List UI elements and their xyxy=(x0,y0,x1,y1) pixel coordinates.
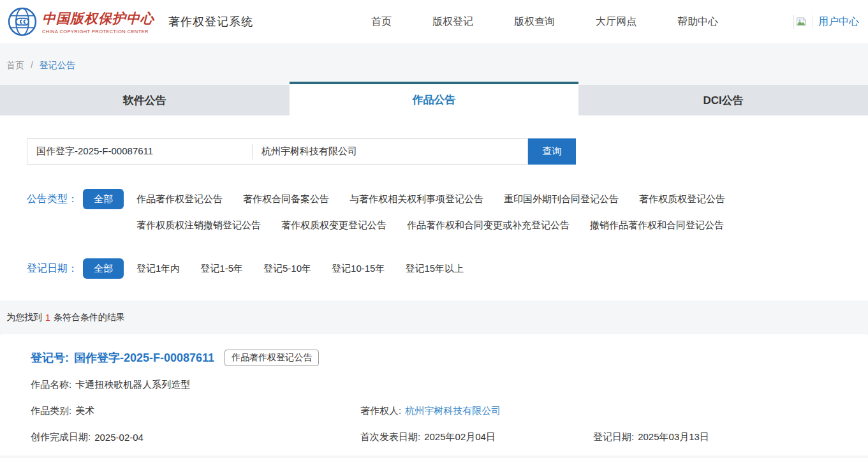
registration-no-value[interactable]: 国作登字-2025-F-00087611 xyxy=(74,350,214,366)
work-name-value: 卡通扭秧歌机器人系列造型 xyxy=(75,379,190,391)
cpcc-globe-logo-icon xyxy=(8,7,37,36)
registration-number-input[interactable] xyxy=(27,139,252,164)
type-filter-all-button[interactable]: 全部 xyxy=(83,189,124,209)
nav-item-help-center[interactable]: 帮助中心 xyxy=(677,15,718,29)
announcement-type-badge: 作品著作权登记公告 xyxy=(224,350,319,366)
broken-image-avatar-icon xyxy=(793,15,807,29)
type-filter-options: 作品著作权登记公告 著作权合同备案公告 与著作权相关权利事项登记公告 重印国外期… xyxy=(136,189,774,232)
work-type-value: 美术 xyxy=(75,405,94,417)
registration-date-value: 2025年03月13日 xyxy=(638,431,709,443)
field-owner: 著作权人: 杭州宇树科技有限公司 xyxy=(360,405,868,417)
filter-row-announcement-type: 公告类型： 全部 作品著作权登记公告 著作权合同备案公告 与著作权相关权利事项登… xyxy=(27,189,868,232)
nav-item-copyright-registration[interactable]: 版权登记 xyxy=(432,15,473,29)
breadcrumb-separator: / xyxy=(31,60,33,70)
type-option[interactable]: 著作权质权变更登记公告 xyxy=(281,219,386,232)
date-option[interactable]: 登记5-10年 xyxy=(263,263,311,275)
type-option[interactable]: 著作权质权注销撤销登记公告 xyxy=(136,219,261,232)
date-filter-options: 登记1年内 登记1-5年 登记5-10年 登记10-15年 登记15年以上 xyxy=(136,258,464,275)
tab-dci-announcement[interactable]: DCI公告 xyxy=(578,85,868,115)
nav-item-home[interactable]: 首页 xyxy=(371,15,392,29)
user-center-link[interactable]: 用户中心 xyxy=(813,15,859,29)
type-option[interactable]: 作品著作权和合同变更或补充登记公告 xyxy=(407,219,570,232)
summary-prefix: 为您找到 xyxy=(6,312,42,323)
summary-suffix: 条符合条件的结果 xyxy=(54,312,125,323)
search-bar: 查询 xyxy=(27,138,576,165)
system-name: 著作权登记系统 xyxy=(168,14,253,29)
date-option[interactable]: 登记10-15年 xyxy=(332,263,385,275)
publish-date-label: 首次发表日期: xyxy=(360,431,420,443)
logo[interactable]: 中国版权保护中心 CHINA COPYRIGHT PROTECTION CENT… xyxy=(8,7,154,36)
owner-label: 著作权人: xyxy=(360,405,401,417)
date-option[interactable]: 登记15年以上 xyxy=(405,263,464,275)
registration-date-label: 登记日期： xyxy=(27,258,83,279)
nav-item-copyright-query[interactable]: 版权查询 xyxy=(514,15,555,29)
announcement-type-label: 公告类型： xyxy=(27,189,83,209)
type-option[interactable]: 撤销作品著作权和合同登记公告 xyxy=(590,219,724,232)
type-option[interactable]: 著作权合同备案公告 xyxy=(243,193,329,205)
registration-date-label: 登记日期: xyxy=(593,431,634,443)
result-card: 登记号: 国作登字-2025-F-00087611 作品著作权登记公告 作品名称… xyxy=(0,334,868,455)
registration-no-label: 登记号: xyxy=(31,350,69,366)
result-count: 1 xyxy=(45,313,50,323)
header-right: 用户中心 xyxy=(793,15,859,29)
field-publish-date: 首次发表日期: 2025年02月04日 xyxy=(360,431,593,443)
logo-title-en: CHINA COPYRIGHT PROTECTION CENTER xyxy=(42,29,154,34)
search-button[interactable]: 查询 xyxy=(528,138,576,165)
breadcrumb-home[interactable]: 首页 xyxy=(6,60,24,70)
date-filter-all-button[interactable]: 全部 xyxy=(83,258,124,279)
publish-date-value: 2025年02月04日 xyxy=(424,431,496,443)
creation-date-value: 2025-02-04 xyxy=(94,432,143,443)
field-work-type: 作品类别: 美术 xyxy=(31,405,360,417)
type-option[interactable]: 与著作权相关权利事项登记公告 xyxy=(349,193,483,205)
date-option[interactable]: 登记1-5年 xyxy=(200,263,243,275)
main-nav: 首页 版权登记 版权查询 大厅网点 帮助中心 xyxy=(371,15,718,29)
field-registration-date: 登记日期: 2025年03月13日 xyxy=(593,431,868,443)
tab-works-announcement[interactable]: 作品公告 xyxy=(290,82,579,115)
logo-title-cn: 中国版权保护中心 xyxy=(42,10,154,27)
work-name-label: 作品名称: xyxy=(31,379,71,391)
announcement-tabs: 软件公告 作品公告 DCI公告 xyxy=(0,82,868,115)
result-summary: 为您找到 1 条符合条件的结果 xyxy=(0,300,868,334)
search-inputs xyxy=(27,138,528,165)
type-option[interactable]: 作品著作权登记公告 xyxy=(136,193,223,205)
result-card-header: 登记号: 国作登字-2025-F-00087611 作品著作权登记公告 xyxy=(31,350,868,366)
nav-item-hall-locations[interactable]: 大厅网点 xyxy=(596,15,636,29)
result-fields: 作品名称: 卡通扭秧歌机器人系列造型 作品类别: 美术 著作权人: 杭州宇树科技… xyxy=(31,379,868,443)
type-option[interactable]: 著作权质权登记公告 xyxy=(639,193,725,205)
owner-name-input[interactable] xyxy=(253,139,527,164)
field-work-name: 作品名称: 卡通扭秧歌机器人系列造型 xyxy=(31,379,868,391)
filter-panel: 查询 公告类型： 全部 作品著作权登记公告 著作权合同备案公告 与著作权相关权利… xyxy=(0,115,868,300)
date-option[interactable]: 登记1年内 xyxy=(136,263,180,275)
logo-text: 中国版权保护中心 CHINA COPYRIGHT PROTECTION CENT… xyxy=(42,10,154,34)
header: 中国版权保护中心 CHINA COPYRIGHT PROTECTION CENT… xyxy=(0,0,868,43)
tab-software-announcement[interactable]: 软件公告 xyxy=(0,85,290,115)
breadcrumb: 首页 / 登记公告 xyxy=(0,43,868,82)
field-creation-date: 创作完成日期: 2025-02-04 xyxy=(31,431,360,443)
type-option[interactable]: 重印国外期刊合同登记公告 xyxy=(504,193,619,205)
breadcrumb-current[interactable]: 登记公告 xyxy=(40,60,75,70)
owner-link[interactable]: 杭州宇树科技有限公司 xyxy=(405,405,501,417)
filter-row-registration-date: 登记日期： 全部 登记1年内 登记1-5年 登记5-10年 登记10-15年 登… xyxy=(27,258,868,279)
work-type-label: 作品类别: xyxy=(31,405,71,417)
creation-date-label: 创作完成日期: xyxy=(31,431,91,443)
